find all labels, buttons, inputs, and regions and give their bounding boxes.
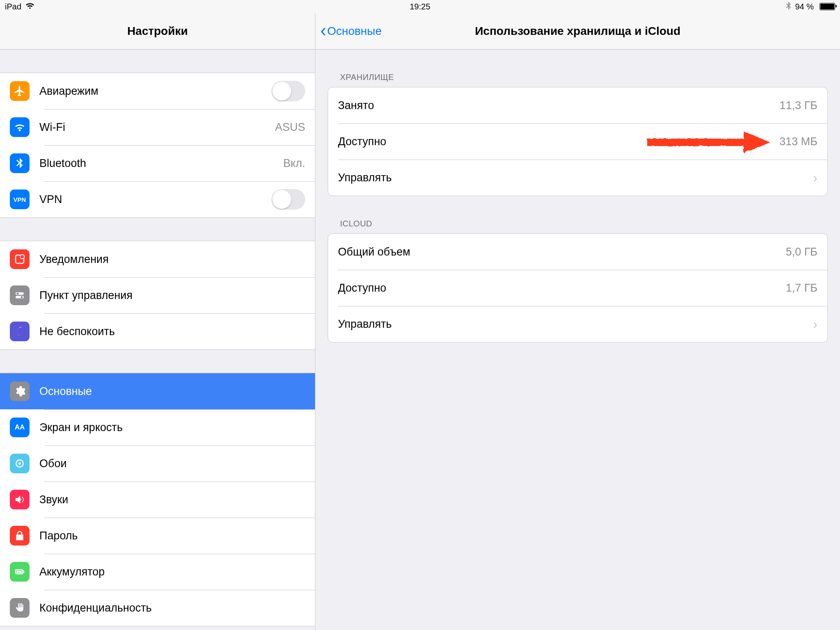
- sidebar-item-label: Не беспокоить: [39, 325, 305, 338]
- sidebar-item-passcode[interactable]: Пароль: [0, 518, 315, 554]
- row-value: 313 МБ: [779, 135, 817, 148]
- storage-available-row[interactable]: Доступно 313 МБ: [328, 123, 827, 160]
- wifi-icon: [25, 2, 34, 11]
- sidebar-item-label: Пункт управления: [39, 289, 305, 302]
- sidebar-item-label: Экран и яркость: [39, 421, 305, 434]
- sidebar-item-wallpaper[interactable]: Обои: [0, 445, 315, 482]
- sidebar-item-label: Авиарежим: [39, 85, 272, 98]
- sidebar-item-battery[interactable]: Аккумулятор: [0, 554, 315, 590]
- sidebar-item-control-center[interactable]: Пункт управления: [0, 277, 315, 313]
- battery-icon: [10, 562, 30, 582]
- bluetooth-icon: [786, 2, 791, 12]
- gear-icon: [10, 381, 30, 401]
- airplane-switch[interactable]: [272, 81, 305, 101]
- sidebar-item-display[interactable]: AA Экран и яркость: [0, 409, 315, 445]
- back-label: Основные: [327, 25, 382, 38]
- detail-pane: ‹ Основные Использование хранилища и iCl…: [315, 13, 840, 630]
- icloud-available-row[interactable]: Доступно 1,7 ГБ: [328, 270, 827, 306]
- sidebar-item-airplane[interactable]: Авиарежим: [0, 73, 315, 109]
- bluetooth-value: Вкл.: [283, 157, 305, 170]
- speaker-icon: [10, 490, 30, 509]
- lock-icon: [10, 526, 30, 546]
- storage-manage-row[interactable]: Управлять ›: [328, 160, 827, 196]
- sidebar-item-wifi[interactable]: Wi-Fi ASUS: [0, 109, 315, 145]
- sidebar-item-label: Аккумулятор: [39, 566, 305, 578]
- chevron-left-icon: ‹: [320, 21, 326, 39]
- sidebar-item-label: Bluetooth: [39, 157, 283, 170]
- control-center-icon: [10, 285, 30, 305]
- status-bar: iPad 19:25 94 %: [0, 0, 840, 13]
- sidebar-item-bluetooth[interactable]: Bluetooth Вкл.: [0, 145, 315, 181]
- sidebar-item-label: Основные: [39, 385, 305, 398]
- svg-point-3: [17, 292, 19, 294]
- row-label: Управлять: [338, 318, 808, 331]
- sidebar-item-dnd[interactable]: Не беспокоить: [0, 313, 315, 349]
- row-label: Общий объем: [338, 246, 786, 258]
- settings-sidebar: Настройки Авиарежим Wi-Fi ASUS: [0, 13, 315, 630]
- wifi-icon: [10, 117, 30, 137]
- sidebar-item-label: VPN: [39, 193, 272, 206]
- svg-point-1: [20, 255, 24, 259]
- row-label: Доступно: [338, 135, 779, 148]
- back-button[interactable]: ‹ Основные: [315, 22, 382, 40]
- sidebar-item-general[interactable]: Основные: [0, 373, 315, 409]
- chevron-right-icon: ›: [813, 317, 817, 332]
- svg-point-5: [21, 296, 23, 298]
- sidebar-item-notifications[interactable]: Уведомления: [0, 241, 315, 277]
- sidebar-title: Настройки: [127, 25, 188, 38]
- row-value: 1,7 ГБ: [786, 282, 817, 294]
- group-header-storage: ХРАНИЛИЩЕ: [328, 73, 828, 87]
- sidebar-navbar: Настройки: [0, 13, 315, 50]
- row-label: Занято: [338, 99, 780, 112]
- airplane-icon: [10, 81, 30, 101]
- wifi-value: ASUS: [275, 121, 305, 134]
- storage-used-row[interactable]: Занято 11,3 ГБ: [328, 87, 827, 123]
- sidebar-item-label: Звуки: [39, 493, 305, 506]
- bluetooth-icon: [10, 153, 30, 173]
- icloud-total-row[interactable]: Общий объем 5,0 ГБ: [328, 234, 827, 270]
- battery-percent: 94 %: [795, 2, 814, 11]
- sidebar-item-vpn[interactable]: VPN VPN: [0, 181, 315, 217]
- svg-point-7: [18, 462, 21, 465]
- sidebar-item-privacy[interactable]: Конфиденциальность: [0, 590, 315, 626]
- battery-icon: [818, 3, 835, 10]
- hand-icon: [10, 598, 30, 618]
- svg-rect-10: [17, 571, 22, 573]
- row-label: Доступно: [338, 282, 786, 294]
- detail-title: Использование хранилища и iCloud: [475, 25, 680, 38]
- row-label: Управлять: [338, 171, 808, 184]
- wallpaper-icon: [10, 454, 30, 473]
- sidebar-item-label: Обои: [39, 457, 305, 470]
- row-value: 11,3 ГБ: [780, 99, 817, 112]
- device-label: iPad: [5, 2, 21, 11]
- sidebar-item-label: Уведомления: [39, 253, 305, 266]
- display-icon: AA: [10, 418, 30, 437]
- detail-navbar: ‹ Основные Использование хранилища и iCl…: [315, 13, 840, 50]
- moon-icon: [10, 322, 30, 341]
- icloud-manage-row[interactable]: Управлять ›: [328, 306, 827, 342]
- sidebar-item-label: Конфиденциальность: [39, 602, 305, 614]
- sidebar-item-sounds[interactable]: Звуки: [0, 482, 315, 518]
- chevron-right-icon: ›: [813, 170, 817, 185]
- row-value: 5,0 ГБ: [786, 246, 817, 258]
- notifications-icon: [10, 249, 30, 269]
- sidebar-item-label: Wi-Fi: [39, 121, 275, 134]
- vpn-icon: VPN: [10, 189, 30, 209]
- group-header-icloud: ICLOUD: [328, 219, 828, 233]
- svg-rect-9: [23, 571, 25, 573]
- vpn-switch[interactable]: [272, 189, 305, 210]
- sidebar-item-label: Пароль: [39, 530, 305, 542]
- clock: 19:25: [410, 2, 430, 11]
